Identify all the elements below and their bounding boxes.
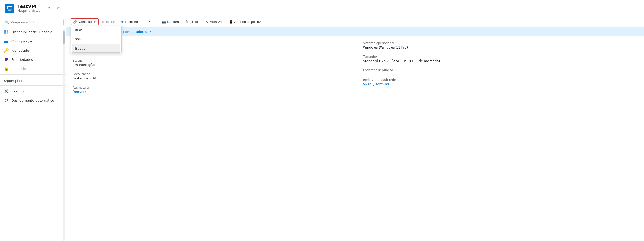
- sidebar-item-label: Bloqueios: [11, 67, 27, 71]
- sidebar-item-identidade[interactable]: 🔑 Identidade: [0, 46, 66, 55]
- toolbar: 🔗 Conectar ∨ RDP SSH Bastion ▷ Iniciar ↺…: [66, 16, 644, 27]
- bars-icon: [4, 57, 9, 62]
- svg-rect-12: [5, 58, 8, 59]
- clock-icon: ⏱: [4, 98, 9, 103]
- svg-rect-3: [9, 10, 10, 10]
- svg-rect-2: [8, 7, 12, 9]
- info-grid: Grupo de recursos (mover) TestRG1 Status…: [73, 41, 638, 94]
- field-localizacao: Localização Leste dos EUA: [73, 72, 348, 80]
- sidebar-item-propriedades[interactable]: Propriedades: [0, 55, 66, 64]
- search-input[interactable]: [10, 20, 61, 24]
- abrir-button[interactable]: 📱 Abrir no dispositivo: [227, 19, 265, 25]
- content-area: 🔗 Conectar ∨ RDP SSH Bastion ▷ Iniciar ↺…: [66, 16, 644, 241]
- assinatura-move-link[interactable]: (mover): [73, 90, 348, 94]
- sidebar: 🔍 « Disponibilidade + escala: [0, 16, 66, 241]
- rede-value-link[interactable]: VNet1/FrontEnd: [363, 82, 638, 86]
- reiniciar-button[interactable]: ↺ Reiniciar: [118, 19, 141, 25]
- iniciar-icon: ▷: [102, 20, 105, 24]
- more-button[interactable]: ···: [64, 5, 70, 11]
- search-icon: 🔍: [5, 20, 9, 24]
- grid-icon: [4, 30, 9, 34]
- sistema-value: Windows (Windows 11 Pro): [363, 45, 638, 49]
- field-ip: Endereço IP público: [363, 68, 638, 73]
- svg-rect-8: [7, 32, 8, 34]
- atualizar-button[interactable]: ↻ Atualizar: [203, 19, 225, 25]
- conectar-icon: 🔗: [73, 20, 77, 24]
- scrollbar-track: [63, 29, 65, 241]
- favorite-button[interactable]: ☆: [55, 5, 61, 11]
- captura-icon: 📷: [162, 20, 166, 24]
- sidebar-search-container[interactable]: 🔍: [3, 19, 64, 26]
- excluir-icon: 🗑: [185, 20, 188, 24]
- info-fields-right: Sistema operacional Windows (Windows 11 …: [363, 41, 638, 94]
- svg-rect-9: [4, 40, 8, 40]
- section-operacoes: Operações: [0, 76, 66, 84]
- svg-rect-6: [7, 30, 8, 32]
- dropdown-item-ssh[interactable]: SSH: [71, 35, 121, 44]
- tamanho-value: Standard D2s v3 (2 vCPUs, 8 GiB de memór…: [363, 59, 638, 63]
- info-banner: devem ser instaladas em seus computadore…: [66, 27, 644, 36]
- config-icon: [4, 39, 9, 43]
- reiniciar-icon: ↺: [121, 20, 124, 24]
- page-subtitle: Máquina virtual: [17, 9, 41, 13]
- svg-rect-4: [8, 10, 11, 10]
- key-icon: 🔑: [4, 48, 9, 53]
- sidebar-item-disponibilidade[interactable]: Disponibilidade + escala: [0, 27, 66, 37]
- sidebar-item-label: Desligamento automático: [11, 99, 54, 102]
- dropdown-item-bastion[interactable]: Bastion: [72, 44, 120, 53]
- status-label: Status: [73, 59, 348, 62]
- field-tamanho: Tamanho Standard D2s v3 (2 vCPUs, 8 GiB …: [363, 55, 638, 63]
- sidebar-item-label: Propriedades: [11, 58, 33, 62]
- vm-icon: [5, 4, 14, 13]
- ip-label: Endereço IP público: [363, 68, 638, 72]
- localizacao-value: Leste dos EUA: [73, 76, 348, 80]
- sidebar-item-bloqueios[interactable]: 🔒 Bloqueios: [0, 64, 66, 73]
- abrir-icon: 📱: [229, 20, 233, 24]
- sidebar-item-label: Configuração: [11, 39, 33, 43]
- tamanho-label: Tamanho: [363, 55, 638, 58]
- sidebar-item-desligamento[interactable]: ⏱ Desligamento automático: [0, 96, 66, 105]
- dropdown-item-rdp[interactable]: RDP: [71, 26, 121, 35]
- excluir-button[interactable]: 🗑 Excluir: [183, 19, 202, 25]
- field-rede: Rede virtual/sub-rede VNet1/FrontEnd: [363, 78, 638, 86]
- lock-icon: 🔒: [4, 66, 9, 71]
- sidebar-item-label: Disponibilidade + escala: [11, 30, 52, 34]
- conectar-dropdown-menu: RDP SSH Bastion: [71, 26, 122, 53]
- parar-button[interactable]: □ Parar: [142, 19, 158, 25]
- field-sistema: Sistema operacional Windows (Windows 11 …: [363, 41, 638, 49]
- svg-rect-14: [5, 60, 7, 61]
- header-actions: ✦ ☆ ···: [46, 5, 70, 11]
- assinatura-label: Assinatura: [73, 86, 348, 89]
- localizacao-label: Localização: [73, 72, 348, 76]
- svg-rect-11: [4, 42, 8, 43]
- page-header: TestVM Máquina virtual ✦ ☆ ···: [0, 0, 644, 16]
- scrollbar-thumb: [63, 31, 65, 44]
- conectar-button[interactable]: 🔗 Conectar ∨: [71, 18, 99, 25]
- field-status: Status Em execução: [73, 59, 348, 67]
- svg-rect-10: [4, 41, 8, 42]
- main-layout: 🔍 « Disponibilidade + escala: [0, 16, 644, 241]
- atualizar-icon: ↻: [206, 20, 209, 24]
- sidebar-divider: [0, 74, 66, 75]
- content-body: Grupo de recursos (mover) TestRG1 Status…: [66, 36, 644, 241]
- captura-button[interactable]: 📷 Captura: [159, 19, 182, 25]
- svg-rect-5: [4, 30, 6, 32]
- conectar-dropdown-container: 🔗 Conectar ∨ RDP SSH Bastion: [71, 18, 99, 25]
- sistema-label: Sistema operacional: [363, 41, 638, 45]
- iniciar-button[interactable]: ▷ Iniciar: [100, 19, 118, 25]
- svg-rect-7: [4, 32, 6, 34]
- sidebar-item-label: Identidade: [11, 49, 29, 52]
- svg-rect-13: [5, 59, 8, 60]
- cross-icon: [4, 89, 9, 93]
- chevron-down-icon: ∨: [94, 20, 96, 24]
- sidebar-item-configuracao[interactable]: Configuração: [0, 37, 66, 46]
- status-value: Em execução: [73, 63, 348, 67]
- sidebar-item-label: Bastion: [11, 89, 24, 93]
- rede-label: Rede virtual/sub-rede: [363, 78, 638, 82]
- sidebar-item-bastion[interactable]: Bastion: [0, 87, 66, 96]
- field-assinatura: Assinatura (mover): [73, 86, 348, 94]
- page-title: TestVM: [17, 4, 41, 9]
- sidebar-collapse-button[interactable]: «: [63, 19, 66, 26]
- sidebar-divider-2: [0, 85, 66, 86]
- pin-button[interactable]: ✦: [46, 5, 52, 11]
